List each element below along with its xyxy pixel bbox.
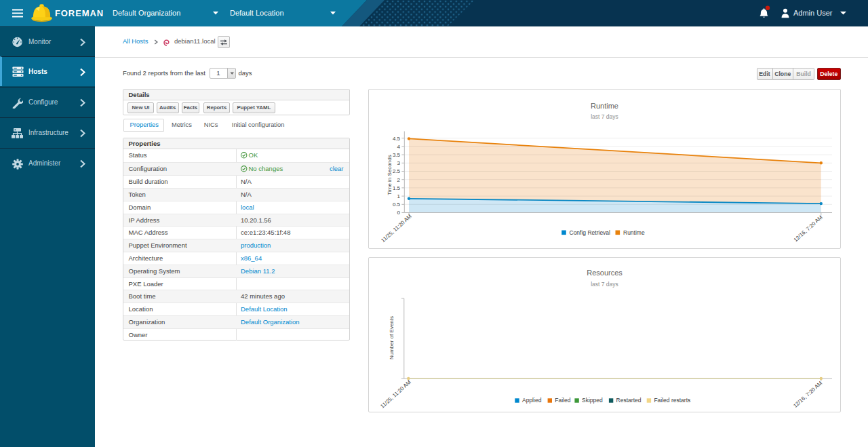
- svg-text:Applied: Applied: [522, 397, 542, 404]
- svg-text:11/25, 11:20 AM: 11/25, 11:20 AM: [379, 378, 412, 409]
- svg-text:3.5: 3.5: [393, 151, 401, 157]
- svg-text:Resources: Resources: [587, 269, 623, 277]
- svg-text:12/16, 7:20 AM: 12/16, 7:20 AM: [793, 214, 824, 243]
- svg-text:0: 0: [397, 210, 401, 216]
- svg-text:Failed: Failed: [555, 397, 570, 404]
- svg-text:Runtime: Runtime: [623, 229, 645, 235]
- svg-text:Runtime: Runtime: [591, 101, 618, 109]
- svg-text:0.5: 0.5: [393, 201, 401, 208]
- svg-text:12/16, 7:20 AM: 12/16, 7:20 AM: [792, 380, 823, 409]
- svg-text:Skipped: Skipped: [582, 397, 603, 404]
- svg-text:4.5: 4.5: [393, 135, 401, 141]
- svg-text:2.5: 2.5: [393, 168, 401, 174]
- svg-text:Config Retrieval: Config Retrieval: [570, 229, 611, 235]
- svg-text:last 7 days: last 7 days: [591, 113, 618, 120]
- svg-text:4: 4: [397, 143, 401, 149]
- svg-text:1.5: 1.5: [393, 184, 401, 191]
- svg-text:Number of Events: Number of Events: [389, 315, 395, 359]
- svg-text:1: 1: [397, 193, 401, 199]
- svg-text:Restarted: Restarted: [616, 397, 642, 404]
- svg-text:Time in Seconds: Time in Seconds: [387, 155, 393, 195]
- svg-text:2: 2: [397, 176, 401, 182]
- svg-text:11/25, 11:20 AM: 11/25, 11:20 AM: [380, 213, 413, 244]
- svg-text:Failed restarts: Failed restarts: [654, 397, 690, 404]
- svg-text:3: 3: [397, 160, 401, 166]
- svg-text:last 7 days: last 7 days: [591, 280, 618, 287]
